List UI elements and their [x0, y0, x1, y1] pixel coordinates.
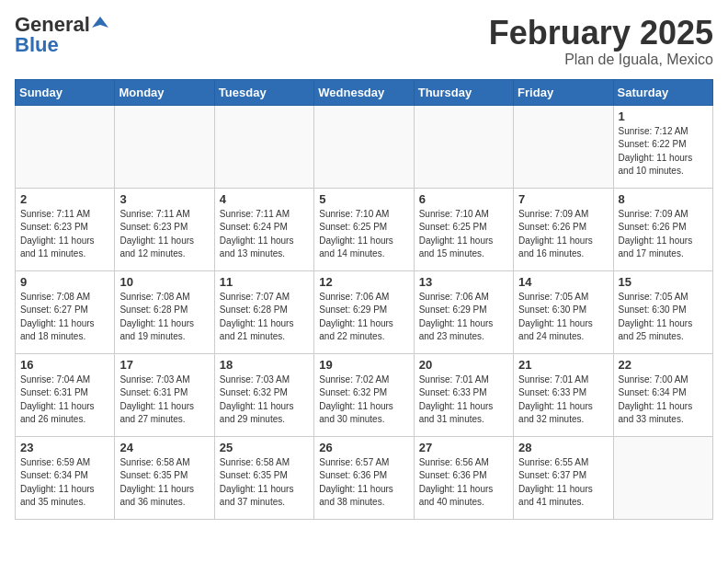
calendar-day-cell: [314, 105, 414, 188]
calendar-week-row: 2Sunrise: 7:11 AMSunset: 6:23 PMDaylight…: [16, 188, 713, 270]
day-info: Sunrise: 7:05 AMSunset: 6:30 PMDaylight:…: [619, 291, 708, 344]
weekday-header-cell: Thursday: [414, 79, 513, 105]
weekday-header-cell: Sunday: [16, 79, 115, 105]
day-info: Sunrise: 7:11 AMSunset: 6:23 PMDaylight:…: [119, 208, 209, 261]
day-number: 1: [619, 109, 708, 123]
calendar-day-cell: [214, 105, 313, 188]
logo-blue-text: Blue: [15, 35, 59, 55]
month-year-title: February 2025: [489, 15, 713, 52]
calendar-day-cell: 28Sunrise: 6:55 AMSunset: 6:37 PMDayligh…: [514, 436, 613, 519]
day-info: Sunrise: 6:58 AMSunset: 6:35 PMDaylight:…: [119, 456, 209, 510]
svg-marker-0: [92, 17, 108, 28]
day-info: Sunrise: 7:10 AMSunset: 6:25 PMDaylight:…: [319, 208, 408, 261]
calendar-day-cell: 1Sunrise: 7:12 AMSunset: 6:22 PMDaylight…: [613, 105, 712, 188]
calendar-day-cell: [16, 105, 115, 188]
weekday-header-cell: Monday: [115, 79, 214, 105]
weekday-header-cell: Saturday: [613, 79, 712, 105]
calendar-day-cell: [414, 105, 513, 188]
title-block: February 2025 Plan de Iguala, Mexico: [489, 15, 713, 68]
calendar-day-cell: 11Sunrise: 7:07 AMSunset: 6:28 PMDayligh…: [214, 270, 313, 353]
day-info: Sunrise: 7:08 AMSunset: 6:28 PMDaylight:…: [119, 291, 209, 344]
day-info: Sunrise: 7:09 AMSunset: 6:26 PMDaylight:…: [619, 208, 708, 261]
calendar-day-cell: 2Sunrise: 7:11 AMSunset: 6:23 PMDaylight…: [16, 188, 115, 270]
day-number: 24: [119, 441, 209, 454]
day-info: Sunrise: 7:09 AMSunset: 6:26 PMDaylight:…: [518, 208, 608, 261]
calendar-day-cell: 20Sunrise: 7:01 AMSunset: 6:33 PMDayligh…: [414, 353, 513, 436]
calendar-day-cell: 6Sunrise: 7:10 AMSunset: 6:25 PMDaylight…: [414, 188, 513, 270]
calendar-day-cell: 9Sunrise: 7:08 AMSunset: 6:27 PMDaylight…: [16, 270, 115, 353]
day-info: Sunrise: 7:00 AMSunset: 6:34 PMDaylight:…: [619, 373, 708, 427]
day-number: 7: [518, 192, 608, 206]
calendar-week-row: 16Sunrise: 7:04 AMSunset: 6:31 PMDayligh…: [16, 353, 713, 436]
calendar-day-cell: 5Sunrise: 7:10 AMSunset: 6:25 PMDaylight…: [314, 188, 414, 270]
day-number: 13: [419, 275, 508, 289]
day-number: 20: [419, 358, 508, 372]
day-number: 19: [319, 358, 408, 372]
day-info: Sunrise: 6:58 AMSunset: 6:35 PMDaylight:…: [220, 456, 309, 510]
day-number: 25: [220, 441, 309, 454]
calendar-week-row: 9Sunrise: 7:08 AMSunset: 6:27 PMDaylight…: [16, 270, 713, 353]
day-info: Sunrise: 7:06 AMSunset: 6:29 PMDaylight:…: [319, 291, 408, 344]
calendar-day-cell: 16Sunrise: 7:04 AMSunset: 6:31 PMDayligh…: [16, 353, 115, 436]
calendar-day-cell: 17Sunrise: 7:03 AMSunset: 6:31 PMDayligh…: [115, 353, 214, 436]
logo-bird-icon: [92, 15, 108, 31]
day-number: 22: [619, 358, 708, 372]
day-info: Sunrise: 7:03 AMSunset: 6:31 PMDaylight:…: [119, 373, 209, 427]
day-info: Sunrise: 7:12 AMSunset: 6:22 PMDaylight:…: [619, 125, 708, 178]
day-number: 6: [419, 192, 508, 206]
day-number: 12: [319, 275, 408, 289]
day-number: 18: [220, 358, 309, 372]
day-info: Sunrise: 7:02 AMSunset: 6:32 PMDaylight:…: [319, 373, 408, 427]
day-info: Sunrise: 7:06 AMSunset: 6:29 PMDaylight:…: [419, 291, 508, 344]
day-number: 26: [319, 441, 408, 454]
day-number: 4: [220, 192, 309, 206]
day-number: 10: [119, 275, 209, 289]
weekday-header-cell: Wednesday: [314, 79, 414, 105]
day-number: 9: [20, 275, 109, 289]
day-info: Sunrise: 6:59 AMSunset: 6:34 PMDaylight:…: [20, 456, 109, 510]
page-header: General Blue February 2025 Plan de Igual…: [15, 15, 713, 68]
calendar-day-cell: 8Sunrise: 7:09 AMSunset: 6:26 PMDaylight…: [613, 188, 712, 270]
calendar-day-cell: 22Sunrise: 7:00 AMSunset: 6:34 PMDayligh…: [613, 353, 712, 436]
day-number: 15: [619, 275, 708, 289]
calendar-day-cell: 14Sunrise: 7:05 AMSunset: 6:30 PMDayligh…: [514, 270, 613, 353]
day-info: Sunrise: 7:04 AMSunset: 6:31 PMDaylight:…: [20, 373, 109, 427]
calendar-table: SundayMondayTuesdayWednesdayThursdayFrid…: [15, 79, 713, 520]
calendar-day-cell: 12Sunrise: 7:06 AMSunset: 6:29 PMDayligh…: [314, 270, 414, 353]
day-number: 11: [220, 275, 309, 289]
calendar-week-row: 23Sunrise: 6:59 AMSunset: 6:34 PMDayligh…: [16, 436, 713, 519]
calendar-day-cell: 19Sunrise: 7:02 AMSunset: 6:32 PMDayligh…: [314, 353, 414, 436]
day-info: Sunrise: 7:01 AMSunset: 6:33 PMDaylight:…: [419, 373, 508, 427]
day-number: 2: [20, 192, 109, 206]
day-info: Sunrise: 7:11 AMSunset: 6:23 PMDaylight:…: [20, 208, 109, 261]
day-info: Sunrise: 6:57 AMSunset: 6:36 PMDaylight:…: [319, 456, 408, 510]
calendar-day-cell: 18Sunrise: 7:03 AMSunset: 6:32 PMDayligh…: [214, 353, 313, 436]
calendar-day-cell: 15Sunrise: 7:05 AMSunset: 6:30 PMDayligh…: [613, 270, 712, 353]
day-info: Sunrise: 7:11 AMSunset: 6:24 PMDaylight:…: [220, 208, 309, 261]
day-info: Sunrise: 6:55 AMSunset: 6:37 PMDaylight:…: [518, 456, 608, 510]
logo-general-text: General: [15, 15, 90, 35]
calendar-day-cell: 23Sunrise: 6:59 AMSunset: 6:34 PMDayligh…: [16, 436, 115, 519]
weekday-header-cell: Tuesday: [214, 79, 313, 105]
calendar-day-cell: 21Sunrise: 7:01 AMSunset: 6:33 PMDayligh…: [514, 353, 613, 436]
calendar-day-cell: 27Sunrise: 6:56 AMSunset: 6:36 PMDayligh…: [414, 436, 513, 519]
calendar-week-row: 1Sunrise: 7:12 AMSunset: 6:22 PMDaylight…: [16, 105, 713, 188]
calendar-day-cell: 4Sunrise: 7:11 AMSunset: 6:24 PMDaylight…: [214, 188, 313, 270]
day-number: 28: [518, 441, 608, 454]
day-info: Sunrise: 7:08 AMSunset: 6:27 PMDaylight:…: [20, 291, 109, 344]
day-number: 8: [619, 192, 708, 206]
day-info: Sunrise: 6:56 AMSunset: 6:36 PMDaylight:…: [419, 456, 508, 510]
calendar-body: 1Sunrise: 7:12 AMSunset: 6:22 PMDaylight…: [16, 105, 713, 519]
logo: General Blue: [15, 15, 108, 55]
calendar-day-cell: 7Sunrise: 7:09 AMSunset: 6:26 PMDaylight…: [514, 188, 613, 270]
day-number: 23: [20, 441, 109, 454]
calendar-day-cell: 3Sunrise: 7:11 AMSunset: 6:23 PMDaylight…: [115, 188, 214, 270]
weekday-header-cell: Friday: [514, 79, 613, 105]
day-info: Sunrise: 7:10 AMSunset: 6:25 PMDaylight:…: [419, 208, 508, 261]
day-number: 21: [518, 358, 608, 372]
calendar-day-cell: 24Sunrise: 6:58 AMSunset: 6:35 PMDayligh…: [115, 436, 214, 519]
weekday-header-row: SundayMondayTuesdayWednesdayThursdayFrid…: [16, 79, 713, 105]
calendar-day-cell: 10Sunrise: 7:08 AMSunset: 6:28 PMDayligh…: [115, 270, 214, 353]
day-number: 16: [20, 358, 109, 372]
calendar-day-cell: 26Sunrise: 6:57 AMSunset: 6:36 PMDayligh…: [314, 436, 414, 519]
